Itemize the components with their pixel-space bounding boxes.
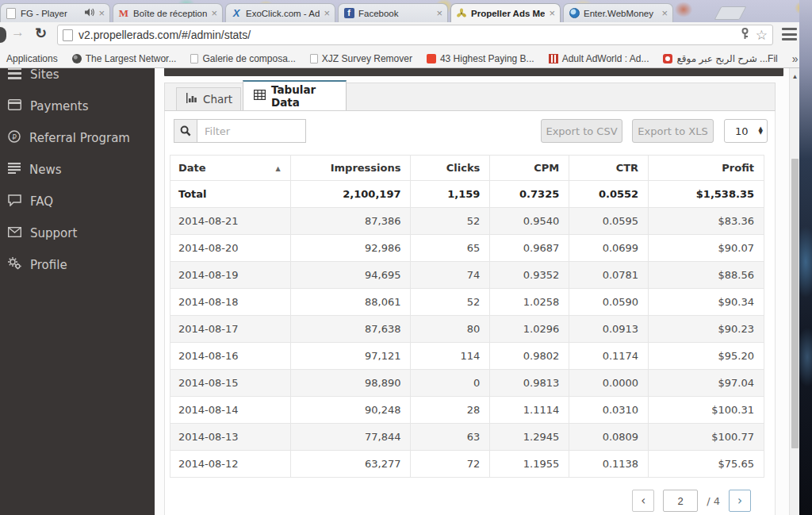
export-xls-button[interactable]: Export to XLS	[632, 119, 714, 143]
table-header-cell[interactable]: Profit	[649, 156, 764, 181]
page-icon	[63, 29, 73, 41]
omnibox[interactable]: v2.propellerads.com/#/admin/stats/ ☆	[57, 25, 773, 45]
menu-hamburger-icon[interactable]	[782, 28, 797, 40]
table-cell: $75.65	[649, 451, 764, 478]
tab-close-icon[interactable]: ×	[549, 8, 555, 18]
table-header-cell[interactable]: CPM	[490, 156, 569, 181]
payments-icon	[8, 99, 21, 113]
table-cell: $95.20	[649, 343, 764, 370]
browser-tab-facebook[interactable]: fFacebook×	[338, 3, 448, 22]
table-cell: 0.0781	[569, 262, 649, 289]
sidebar-item-support[interactable]: Support	[0, 217, 155, 249]
page-scrollbar[interactable]: ▲	[789, 68, 799, 515]
tab-tabular-data[interactable]: Tabular Data	[243, 80, 347, 110]
table-row[interactable]: 2014-08-1697,1211140.98020.1174$95.20	[170, 343, 764, 370]
url-text[interactable]: v2.propellerads.com/#/admin/stats/	[79, 29, 734, 41]
bookmark-apps[interactable]: Applications	[6, 53, 58, 64]
table-row[interactable]: 2014-08-1787,638801.02960.0913$90.23	[170, 316, 764, 343]
table-header-cell[interactable]: Impressions	[290, 156, 411, 181]
tab-title: Propeller Ads Medi	[471, 9, 545, 18]
pagination-page-input[interactable]	[663, 490, 698, 512]
table-header-cell[interactable]: Clicks	[411, 156, 490, 181]
table-row[interactable]: 2014-08-2187,386520.95400.0595$83.36	[170, 208, 764, 235]
table-cell: 2014-08-20	[170, 235, 291, 262]
table-cell: 2014-08-12	[170, 451, 291, 478]
export-csv-button[interactable]: Export to CSV	[541, 119, 622, 143]
key-icon[interactable]	[740, 28, 750, 43]
page-header-dark-bar	[164, 68, 783, 76]
filter-input[interactable]	[197, 119, 306, 143]
tab-chart[interactable]: Chart	[176, 87, 241, 110]
sidebar-item-sites[interactable]: Sites	[0, 68, 155, 90]
table-row[interactable]: 2014-08-1598,89000.98130.0000$97.04	[170, 370, 764, 397]
sidebar-item-label: Profile	[30, 258, 67, 272]
table-cell: 0.9802	[490, 343, 569, 370]
table-cell: 2014-08-21	[170, 208, 291, 235]
bookmark-item[interactable]: The Largest Networ...	[72, 53, 177, 64]
table-cell: $90.07	[649, 235, 764, 262]
tab-close-icon[interactable]: ×	[211, 8, 217, 18]
referral-icon: ₽	[8, 130, 21, 146]
bookmarks-bar: Applications The Largest Networ...Galeri…	[0, 49, 799, 68]
scrollbar-thumb[interactable]	[791, 159, 799, 448]
webmoney-icon	[569, 8, 580, 18]
table-header-cell[interactable]: CTR	[569, 156, 649, 181]
bookmark-item[interactable]: Adult AdWorld : Ad...	[549, 53, 649, 64]
table-cell: 0.7325	[490, 181, 569, 208]
browser-tab-enter-webmoney[interactable]: Enter.WebMoney×	[563, 3, 673, 22]
tab-close-icon[interactable]: ×	[324, 8, 330, 18]
tab-close-icon[interactable]: ×	[661, 8, 668, 18]
table-row[interactable]: 2014-08-1994,695740.93520.0781$88.56	[170, 262, 764, 289]
table-cell: 2014-08-14	[170, 397, 291, 424]
bookmark-item[interactable]: شرح الربح عبر موقع ...Fil	[663, 53, 777, 64]
browser-tab-exoclick-com-ad[interactable]: XExoClick.com - Ad×	[225, 3, 335, 22]
table-row[interactable]: 2014-08-1263,277721.19550.1138$75.65	[170, 451, 764, 478]
browser-tab-bo-te-de-r-ception[interactable]: MBoîte de réception×	[113, 3, 223, 22]
pagination-next-button[interactable]: ›	[729, 490, 751, 512]
table-row[interactable]: 2014-08-2092,986650.96870.0699$90.07	[170, 235, 764, 262]
tab-title: FG - Player	[21, 9, 81, 18]
sidebar-item-faq[interactable]: FAQ	[0, 186, 155, 217]
scroll-up-arrow-icon[interactable]: ▲	[790, 71, 800, 83]
back-button[interactable]	[0, 27, 6, 43]
reload-button[interactable]: ↻	[35, 25, 47, 42]
table-cell: 87,638	[290, 316, 411, 343]
table-row[interactable]: 2014-08-1888,061521.02580.0590$90.34	[170, 289, 764, 316]
bookmark-item[interactable]: XJZ Survey Remover	[310, 53, 412, 64]
red-circle-icon	[663, 54, 672, 63]
table-cell: 65	[411, 235, 490, 262]
browser-tab-propeller-ads-medi[interactable]: Propeller Ads Medi×	[450, 3, 561, 22]
bookmark-item[interactable]: 43 Highest Paying B...	[427, 53, 534, 64]
forward-button[interactable]: →	[11, 25, 25, 40]
table-cell: $1,538.35	[649, 181, 764, 208]
page-size-input[interactable]: 10 ▲▼	[724, 119, 768, 143]
table-cell: 0.0000	[569, 370, 649, 397]
table-cell: 0.9352	[490, 262, 569, 289]
pagination-prev-button[interactable]: ‹	[632, 490, 654, 512]
sidebar-item-referral-program[interactable]: ₽Referral Program	[0, 122, 155, 154]
bookmarks-overflow-chevron[interactable]: »	[792, 52, 799, 65]
table-cell: 0.0595	[569, 208, 649, 235]
sidebar-item-payments[interactable]: Payments	[0, 90, 155, 122]
desktop-wallpaper-right	[799, 0, 812, 515]
table-cell: 92,986	[290, 235, 411, 262]
tab-close-icon[interactable]: ×	[436, 8, 442, 18]
tab-close-icon[interactable]: ×	[98, 8, 105, 18]
sidebar-item-profile[interactable]: Profile	[0, 249, 155, 281]
bookmark-label: The Largest Networ...	[86, 53, 177, 64]
table-header-cell[interactable]: Date▲	[170, 156, 291, 181]
bookmark-star-icon[interactable]: ☆	[756, 27, 768, 44]
table-cell: 0.0552	[569, 181, 649, 208]
sidebar-item-news[interactable]: News	[0, 154, 155, 186]
table-row[interactable]: 2014-08-1490,248281.11140.0310$100.31	[170, 397, 764, 424]
main-content: Chart Tabular Data Export to CSV	[155, 68, 789, 515]
table-cell: 0.1138	[569, 451, 649, 478]
table-cell: 2014-08-13	[170, 424, 291, 451]
tab-tabular-data-label: Tabular Data	[271, 83, 346, 109]
spinner-arrows-icon[interactable]: ▲▼	[759, 127, 767, 135]
table-icon	[254, 90, 266, 102]
browser-tab-fg-player[interactable]: FG - Player×	[0, 3, 110, 22]
table-cell: 0.0699	[569, 235, 649, 262]
bookmark-item[interactable]: Galerie de composa...	[190, 53, 295, 64]
table-row[interactable]: 2014-08-1377,844631.29450.0809$100.77	[170, 424, 764, 451]
